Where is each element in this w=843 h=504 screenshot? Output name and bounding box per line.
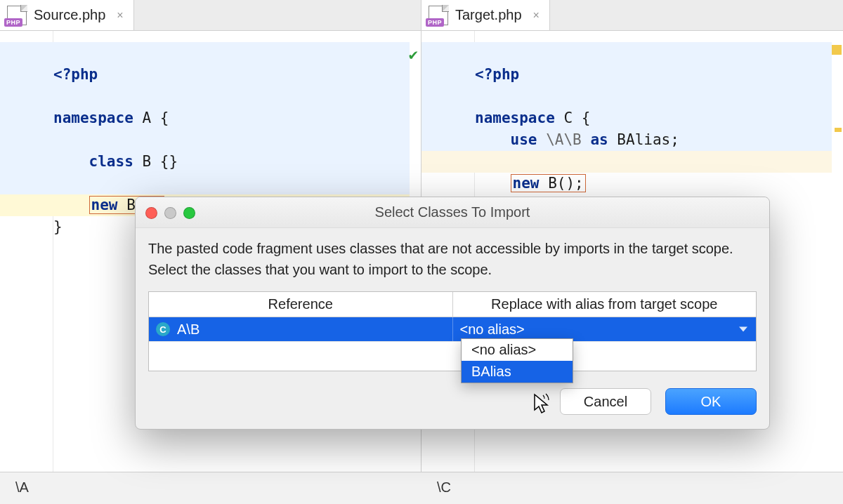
import-dialog: Select Classes To Import The pasted code…: [135, 197, 770, 430]
window-minimize-icon[interactable]: [164, 207, 176, 219]
dialog-message: The pasted code fragment uses classes th…: [148, 238, 757, 280]
tab-source[interactable]: PHP Source.php ×: [0, 0, 134, 30]
window-close-icon[interactable]: [145, 207, 157, 219]
import-table: Reference Replace with alias from target…: [148, 291, 757, 371]
cancel-button[interactable]: Cancel: [560, 388, 651, 415]
tab-bar: PHP Target.php ×: [422, 0, 843, 31]
tab-filename: Source.php: [34, 7, 105, 23]
ok-button[interactable]: OK: [665, 388, 757, 415]
table-empty-row: [149, 341, 756, 371]
column-header-reference[interactable]: Reference: [149, 292, 453, 317]
class-icon: C: [156, 322, 170, 336]
table-row[interactable]: C A\B <no alias>: [149, 317, 756, 341]
tab-bar: PHP Source.php ×: [0, 0, 421, 31]
tab-filename: Target.php: [455, 7, 522, 23]
alias-dropdown[interactable]: <no alias> BAlias: [461, 338, 573, 383]
cell-alias-select[interactable]: <no alias>: [453, 317, 757, 341]
check-icon: ✔: [409, 44, 418, 65]
tab-target[interactable]: PHP Target.php ×: [422, 0, 550, 30]
reference-value: A\B: [177, 321, 200, 338]
chevron-down-icon: [739, 327, 747, 332]
dialog-title: Select Classes To Import: [136, 204, 769, 220]
warning-marker[interactable]: [835, 128, 842, 132]
column-header-alias[interactable]: Replace with alias from target scope: [453, 292, 757, 317]
status-bar: \A \C: [0, 472, 843, 504]
breadcrumb-left[interactable]: \A: [0, 472, 422, 504]
alias-option-balias[interactable]: BAlias: [462, 361, 573, 383]
close-icon[interactable]: ×: [533, 9, 540, 22]
alias-selected: <no alias>: [460, 321, 525, 338]
php-file-icon: PHP: [429, 6, 448, 25]
php-file-icon: PHP: [7, 6, 27, 25]
dialog-titlebar[interactable]: Select Classes To Import: [136, 197, 769, 228]
alias-option-no-alias[interactable]: <no alias>: [462, 339, 573, 361]
window-zoom-icon[interactable]: [183, 207, 195, 219]
close-icon[interactable]: ×: [117, 9, 123, 22]
breadcrumb-right[interactable]: \C: [422, 472, 843, 504]
warning-marker[interactable]: [832, 45, 842, 55]
cell-reference[interactable]: C A\B: [149, 317, 453, 341]
marker-bar: [832, 31, 843, 472]
